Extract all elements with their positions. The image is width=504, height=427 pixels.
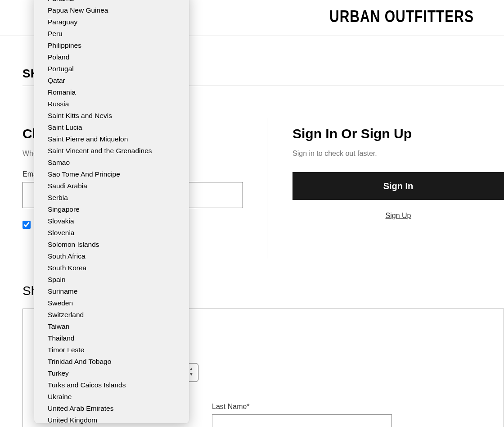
country-option-label: Portugal [48,65,74,73]
country-option-label: Saint Vincent and the Grenadines [48,147,152,154]
last-name-label: Last Name* [212,403,250,411]
country-option[interactable]: Philippines [34,40,189,51]
country-option[interactable]: Turkey [34,368,189,379]
country-option[interactable]: Saint Pierre and Miquelon [34,133,189,145]
country-option[interactable]: Sao Tome And Principe [34,168,189,180]
country-option[interactable]: Suriname [34,286,189,297]
country-option[interactable]: Peru [34,28,189,40]
country-option-label: South Africa [48,252,86,260]
country-option[interactable]: Russia [34,98,189,110]
sign-in-subtitle: Sign in to check out faster. [292,150,504,158]
country-option-label: Samao [48,159,70,166]
country-option-label: Serbia [48,194,68,201]
country-option-label: Spain [48,276,66,283]
country-option[interactable]: Ukraine [34,391,189,403]
country-option-label: Sao Tome And Principe [48,170,120,178]
country-option[interactable]: Saudi Arabia [34,180,189,192]
brand-logo[interactable]: URBAN OUTFITTERS [329,8,474,26]
newsletter-checkbox[interactable] [22,221,31,229]
country-option[interactable]: Spain [34,274,189,286]
country-option-label: Turkey [48,369,69,377]
country-option-label: Suriname [48,287,77,295]
country-option-label: Taiwan [48,323,69,330]
country-option[interactable]: Sweden [34,297,189,309]
country-option[interactable]: Saint Kitts and Nevis [34,110,189,122]
country-option-label: Saint Pierre and Miquelon [48,135,128,143]
country-option-label: South Korea [48,264,86,272]
country-option[interactable]: Poland [34,51,189,63]
country-option-label: Thailand [48,334,74,342]
country-option[interactable]: Slovakia [34,215,189,227]
country-option[interactable]: Qatar [34,75,189,86]
country-option-label: Paraguay [48,18,77,26]
country-option[interactable]: United Arab Emirates [34,403,189,414]
country-option-label: Philippines [48,41,81,49]
country-option[interactable]: United Kingdom [34,414,189,426]
country-option-label: Panama [48,0,74,2]
country-option-list: PanamaPapua New GuineaParaguayPeruPhilip… [34,0,189,427]
country-option[interactable]: Papua New Guinea [34,5,189,16]
country-option-label: Poland [48,53,69,61]
country-option-label: Saint Lucia [48,123,82,131]
country-option[interactable]: South Korea [34,262,189,274]
country-option[interactable]: Thailand [34,332,189,344]
country-option[interactable]: Switzerland [34,309,189,321]
country-option[interactable]: Singapore [34,204,189,215]
sign-in-button[interactable]: Sign In [292,172,504,200]
country-option-label: Timor Leste [48,346,84,354]
country-option-label: Peru [48,30,63,37]
country-option-label: Turks and Caicos Islands [48,381,126,389]
country-option[interactable]: Samao [34,157,189,168]
sign-up-link[interactable]: Sign Up [292,212,504,220]
country-option[interactable]: Saint Vincent and the Grenadines [34,145,189,157]
sign-in-heading: Sign In Or Sign Up [292,126,504,141]
country-option[interactable]: Taiwan [34,321,189,332]
country-option-label: Slovakia [48,217,74,225]
country-option-label: Romania [48,88,76,96]
country-option[interactable]: Timor Leste [34,344,189,356]
country-option[interactable]: Romania [34,86,189,98]
country-option[interactable]: Trinidad And Tobago [34,356,189,368]
country-option-label: United Arab Emirates [48,404,113,412]
auth-column: Sign In Or Sign Up Sign in to check out … [292,126,504,220]
country-option[interactable]: Saint Lucia [34,122,189,133]
country-option[interactable]: Slovenia [34,227,189,239]
country-option-label: Ukraine [48,393,72,400]
country-dropdown-popup[interactable]: PanamaPapua New GuineaParaguayPeruPhilip… [34,0,189,423]
country-option[interactable]: Turks and Caicos Islands [34,379,189,391]
country-option-label: Trinidad And Tobago [48,358,111,365]
last-name-field[interactable] [212,414,392,427]
country-option[interactable]: Portugal [34,63,189,75]
select-stepper-icon: ▲▼ [189,366,197,379]
country-option-label: Sweden [48,299,73,307]
country-option-label: Slovenia [48,229,74,236]
country-option-label: Papua New Guinea [48,6,108,14]
country-option[interactable]: Serbia [34,192,189,204]
country-option-label: Switzerland [48,311,84,318]
country-option-label: United Kingdom [48,416,97,424]
divider-vertical [267,118,267,259]
country-option-label: Saudi Arabia [48,182,87,190]
country-option-label: Solomon Islands [48,241,99,248]
country-option[interactable]: Paraguay [34,16,189,28]
country-option[interactable]: Panama [34,0,189,5]
country-option-label: Singapore [48,205,80,213]
country-option-label: Qatar [48,77,65,84]
country-option-label: Russia [48,100,69,108]
country-option[interactable]: South Africa [34,250,189,262]
country-option-label: Saint Kitts and Nevis [48,112,112,119]
country-option[interactable]: Solomon Islands [34,239,189,250]
